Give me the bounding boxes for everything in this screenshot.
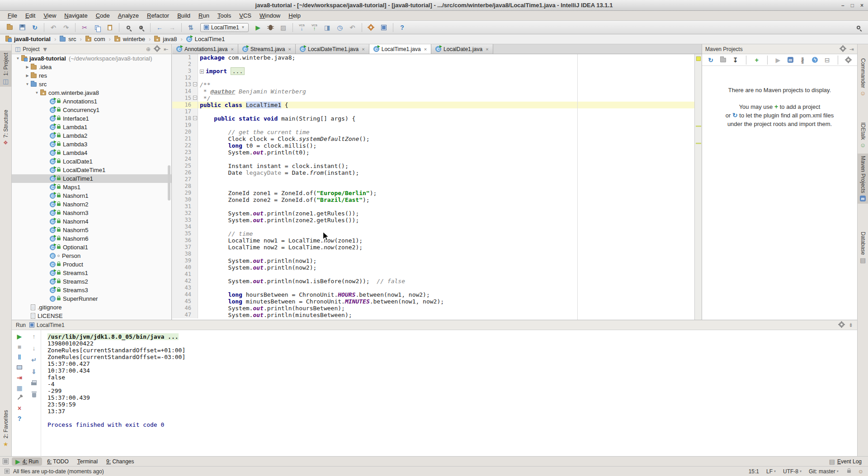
error-stripe[interactable] <box>694 54 702 320</box>
tree-row-streams3[interactable]: CStreams3 <box>12 286 171 294</box>
settings-icon[interactable] <box>365 22 377 33</box>
undo-icon[interactable]: ↶ <box>47 22 59 33</box>
tree-row-license[interactable]: LICENSE <box>12 312 171 320</box>
breadcrumb-item-winterbe[interactable]: winterbe <box>113 36 146 42</box>
menu-item-file[interactable]: File <box>4 11 21 21</box>
soft-wrap-icon[interactable]: ↵ <box>31 357 37 364</box>
breadcrumb-item-com[interactable]: com <box>85 36 106 42</box>
tree-row-maps1[interactable]: CMaps1 <box>12 183 171 191</box>
pause-output-icon[interactable]: ‖ <box>18 354 21 361</box>
tool-window-switcher-icon[interactable] <box>3 458 9 464</box>
close-tab-icon[interactable]: × <box>288 47 291 52</box>
generate-sources-icon[interactable] <box>719 55 727 65</box>
rerun-icon[interactable]: ▶ <box>17 333 22 340</box>
locate-icon[interactable]: ⊕ <box>146 46 151 52</box>
tree-row-lambda4[interactable]: CLambda4 <box>12 149 171 157</box>
tree-row-lambda3[interactable]: CLambda3 <box>12 140 171 149</box>
menu-item-refactor[interactable]: Refactor <box>143 11 173 21</box>
menu-item-build[interactable]: Build <box>173 11 194 21</box>
fold-plus-icon[interactable]: + <box>200 70 204 74</box>
minimize-button[interactable]: – <box>841 0 844 11</box>
encoding-selector[interactable]: UTF-8▾ <box>783 468 802 475</box>
menu-item-vcs[interactable]: VCS <box>235 11 255 21</box>
stripe-tab-maven-projects[interactable]: Maven Projectsm <box>858 154 868 204</box>
pin-tab-icon[interactable] <box>19 395 20 401</box>
breadcrumb-item-localtime1[interactable]: CLocalTime1 <box>185 36 226 42</box>
hide-panel-icon[interactable]: ⇟ <box>849 322 853 328</box>
tree-row-nashorn4[interactable]: CNashorn4 <box>12 217 171 226</box>
menu-item-view[interactable]: View <box>39 11 60 21</box>
rollback-icon[interactable]: ↶ <box>347 22 359 33</box>
print-icon[interactable] <box>31 380 37 387</box>
bottom-tab-terminal[interactable]: Terminal <box>74 457 101 466</box>
replace-icon[interactable] <box>135 22 147 33</box>
project-scrollbar[interactable] <box>168 165 170 201</box>
copy-icon[interactable] <box>91 22 103 33</box>
bottom-tab-4-run[interactable]: ▶4: Run <box>12 457 42 466</box>
menu-item-window[interactable]: Window <box>255 11 284 21</box>
skip-tests-icon[interactable]: ∦ <box>798 55 807 65</box>
editor-tab-annotations1-java[interactable]: CAnnotations1.java× <box>172 44 238 54</box>
download-sources-icon[interactable]: ↧ <box>731 55 739 65</box>
tree-chevron-icon[interactable]: ▶ <box>24 65 31 69</box>
tree-row-nashorn5[interactable]: CNashorn5 <box>12 226 171 234</box>
tree-row-src[interactable]: ▼src <box>12 80 171 89</box>
bottom-tab-event-log[interactable]: ▤Event Log <box>826 457 865 466</box>
menu-item-code[interactable]: Code <box>92 11 114 21</box>
open-file-icon[interactable] <box>4 22 15 33</box>
caret-position[interactable]: 15:1 <box>749 468 759 475</box>
close-button[interactable]: × <box>860 0 863 11</box>
tree-row-lambda2[interactable]: CLambda2 <box>12 131 171 140</box>
tree-row-optional1[interactable]: COptional1 <box>12 243 171 252</box>
tree-row--idea[interactable]: ▶.idea <box>12 63 171 71</box>
tree-row-nashorn2[interactable]: CNashorn2 <box>12 200 171 209</box>
tree-chevron-icon[interactable]: ▼ <box>33 91 40 95</box>
editor-area[interactable]: CAnnotations1.java×CStreams1.java×CLocal… <box>172 44 702 320</box>
tree-row-localdatetime1[interactable]: CLocalDateTime1 <box>12 166 171 174</box>
clear-all-icon[interactable] <box>32 392 36 399</box>
tree-row-nashorn1[interactable]: CNashorn1 <box>12 191 171 200</box>
gear-icon[interactable] <box>839 322 844 328</box>
run-console-tab[interactable]: LocalTime1 <box>29 322 65 328</box>
tree-row-localdate1[interactable]: CLocalDate1 <box>12 157 171 166</box>
toolwindow-toggle-icon[interactable] <box>5 469 9 474</box>
scroll-to-end-icon[interactable]: ⇓ <box>31 369 37 375</box>
breadcrumb-item-java8[interactable]: java8 <box>153 36 178 42</box>
run-icon[interactable]: ▶ <box>252 22 264 33</box>
stripe-tab-database[interactable]: Database▤ <box>858 229 868 266</box>
sort-icon[interactable]: ⇅ <box>185 22 197 33</box>
tree-row-com-winterbe-java8[interactable]: ▼com.winterbe.java8 <box>12 89 171 97</box>
tree-row-nashorn6[interactable]: CNashorn6 <box>12 234 171 243</box>
vcs-update-icon[interactable]: VCS↓ <box>296 22 308 33</box>
stop-icon[interactable]: ■ <box>18 344 21 350</box>
stripe-tab-1-project[interactable]: 1: Project◫ <box>0 51 11 87</box>
tree-row-interface1[interactable]: CInterface1 <box>12 114 171 123</box>
navigate-back-icon[interactable]: ← <box>154 22 165 33</box>
tree-row-streams2[interactable]: CStreams2 <box>12 277 171 286</box>
tree-chevron-icon[interactable]: ▼ <box>14 56 21 61</box>
run-goal-icon[interactable]: ▶ <box>774 55 782 65</box>
hide-panel-icon[interactable]: ⇥ <box>849 46 854 52</box>
tree-chevron-icon[interactable]: ▼ <box>24 82 31 86</box>
help-icon[interactable]: ? <box>396 22 408 33</box>
stripe-tab-commander[interactable]: Commander☺ <box>858 56 868 98</box>
close-tab-icon[interactable]: × <box>424 47 427 52</box>
tree-row-localtime1[interactable]: CLocalTime1 <box>12 174 171 183</box>
next-stacktrace-icon[interactable]: ↓ <box>33 345 36 352</box>
menu-item-help[interactable]: Help <box>284 11 305 21</box>
fold-minus-icon[interactable]: − <box>193 96 197 100</box>
tree-row-streams1[interactable]: CStreams1 <box>12 269 171 277</box>
project-structure-icon[interactable] <box>378 22 390 33</box>
close-tab-icon[interactable]: × <box>231 47 233 52</box>
editor-tab-localtime1-java[interactable]: CLocalTime1.java× <box>369 44 431 54</box>
help-icon[interactable]: ? <box>18 415 22 422</box>
tree-chevron-icon[interactable]: ▶ <box>24 74 31 78</box>
fold-minus-icon[interactable]: − <box>193 116 197 120</box>
navigate-forward-icon[interactable]: → <box>166 22 178 33</box>
find-icon[interactable] <box>123 22 134 33</box>
gear-icon[interactable] <box>840 46 845 52</box>
maven-goal-icon[interactable]: m <box>786 55 794 65</box>
stripe-tab-7-structure[interactable]: 7: Structure❖ <box>0 107 11 148</box>
run-configuration-combo[interactable]: LocalTime1▼ <box>200 23 249 32</box>
search-everywhere-icon[interactable] <box>853 22 864 33</box>
